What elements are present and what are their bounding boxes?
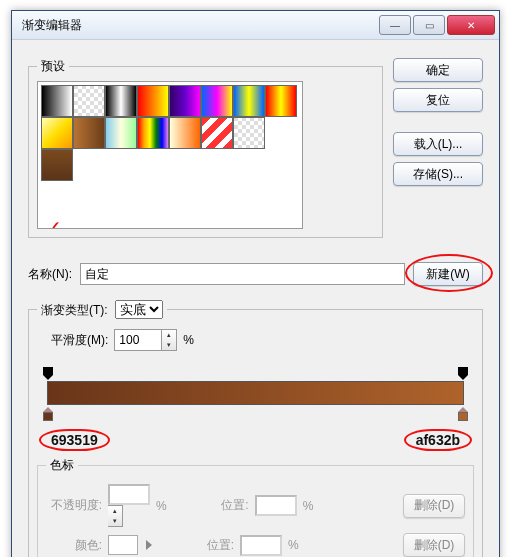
opacity-label: 不透明度: bbox=[46, 497, 102, 514]
opacity-stop-row: 不透明度: ▴▾ % 位置: % 删除(D) bbox=[46, 484, 465, 527]
stops-legend: 色标 bbox=[46, 457, 78, 474]
delete-opacity-stop-button: 删除(D) bbox=[403, 494, 465, 518]
smoothness-input[interactable] bbox=[114, 329, 162, 351]
presets-legend: 预设 bbox=[37, 58, 69, 75]
window-controls: — ▭ ✕ bbox=[379, 15, 495, 35]
gradient-type-legend: 渐变类型(T): 实底 bbox=[37, 300, 167, 319]
preset-swatch[interactable] bbox=[169, 85, 201, 117]
selected-preset-check-icon: ✓ bbox=[44, 216, 62, 229]
name-row: 名称(N): 新建(W) bbox=[28, 262, 483, 286]
gradient-type-select[interactable]: 实底 bbox=[115, 300, 163, 319]
load-button[interactable]: 载入(L)... bbox=[393, 132, 483, 156]
right-hex-annotation: af632b bbox=[404, 429, 472, 451]
presets-fieldset: 预设 ✓ bbox=[28, 58, 383, 238]
side-buttons: 确定 复位 载入(L)... 存储(S)... bbox=[393, 58, 483, 238]
window-title: 渐变编辑器 bbox=[22, 17, 379, 34]
color-stop-left[interactable] bbox=[43, 407, 53, 421]
preset-swatch[interactable] bbox=[105, 85, 137, 117]
position-stepper bbox=[240, 535, 282, 556]
color-label: 颜色: bbox=[46, 537, 102, 554]
smoothness-row: 平滑度(M): ▴▾ % bbox=[37, 329, 474, 351]
stepper-arrows-icon: ▴▾ bbox=[108, 505, 123, 527]
position-input bbox=[255, 495, 297, 516]
percent-label: % bbox=[183, 333, 194, 347]
position-input bbox=[240, 535, 282, 556]
preset-grid[interactable]: ✓ bbox=[37, 81, 303, 229]
opacity-stop-left[interactable] bbox=[43, 367, 53, 379]
position-stepper bbox=[255, 495, 297, 516]
hex-annotations: 693519 af632b bbox=[39, 429, 472, 451]
preset-swatch[interactable] bbox=[233, 117, 265, 149]
name-label: 名称(N): bbox=[28, 266, 72, 283]
preset-swatch[interactable] bbox=[73, 117, 105, 149]
position-label: 位置: bbox=[178, 537, 234, 554]
gradient-bar[interactable] bbox=[39, 367, 472, 421]
ok-button[interactable]: 确定 bbox=[393, 58, 483, 82]
opacity-stepper: ▴▾ bbox=[108, 484, 150, 527]
color-picker-arrow-icon bbox=[146, 540, 152, 550]
presets-section: 预设 ✓ bbox=[28, 58, 383, 238]
preset-swatch[interactable] bbox=[201, 85, 233, 117]
opacity-input bbox=[108, 484, 150, 505]
position-label: 位置: bbox=[193, 497, 249, 514]
color-swatch bbox=[108, 535, 138, 555]
stepper-arrows-icon[interactable]: ▴▾ bbox=[162, 329, 177, 351]
preset-swatch[interactable] bbox=[201, 117, 233, 149]
left-hex-annotation: 693519 bbox=[39, 429, 110, 451]
name-input[interactable] bbox=[80, 263, 405, 285]
preset-swatch[interactable] bbox=[137, 117, 169, 149]
preset-swatch[interactable] bbox=[233, 85, 265, 117]
preset-swatch[interactable] bbox=[169, 117, 201, 149]
color-stop-right[interactable] bbox=[458, 407, 468, 421]
client-area: 预设 ✓ 确定 复位 载入(L)... 存储(S)... 名称(N): 新建(W… bbox=[12, 39, 499, 557]
preset-swatch[interactable] bbox=[41, 117, 73, 149]
save-button[interactable]: 存储(S)... bbox=[393, 162, 483, 186]
opacity-stop-right[interactable] bbox=[458, 367, 468, 379]
preset-swatch[interactable] bbox=[41, 149, 73, 181]
gradient-track[interactable] bbox=[47, 381, 464, 405]
preset-swatch[interactable] bbox=[105, 117, 137, 149]
gradient-type-fieldset: 渐变类型(T): 实底 平滑度(M): ▴▾ % bbox=[28, 300, 483, 557]
delete-color-stop-button: 删除(D) bbox=[403, 533, 465, 557]
minimize-button[interactable]: — bbox=[379, 15, 411, 35]
close-button[interactable]: ✕ bbox=[447, 15, 495, 35]
maximize-button[interactable]: ▭ bbox=[413, 15, 445, 35]
preset-swatch[interactable] bbox=[41, 85, 73, 117]
titlebar: 渐变编辑器 — ▭ ✕ bbox=[12, 11, 499, 39]
color-stop-row: 颜色: 位置: % 删除(D) bbox=[46, 533, 465, 557]
gradient-editor-window: 渐变编辑器 — ▭ ✕ 预设 ✓ 确定 复位 载入(L)... 存储(S bbox=[11, 10, 500, 557]
preset-swatch[interactable] bbox=[73, 85, 105, 117]
reset-button[interactable]: 复位 bbox=[393, 88, 483, 112]
stops-fieldset: 色标 不透明度: ▴▾ % 位置: % 删除(D) 颜色: bbox=[37, 457, 474, 557]
smoothness-stepper[interactable]: ▴▾ bbox=[114, 329, 177, 351]
preset-swatch[interactable] bbox=[137, 85, 169, 117]
new-button[interactable]: 新建(W) bbox=[413, 262, 483, 286]
preset-swatch[interactable] bbox=[265, 85, 297, 117]
smoothness-label: 平滑度(M): bbox=[51, 332, 108, 349]
